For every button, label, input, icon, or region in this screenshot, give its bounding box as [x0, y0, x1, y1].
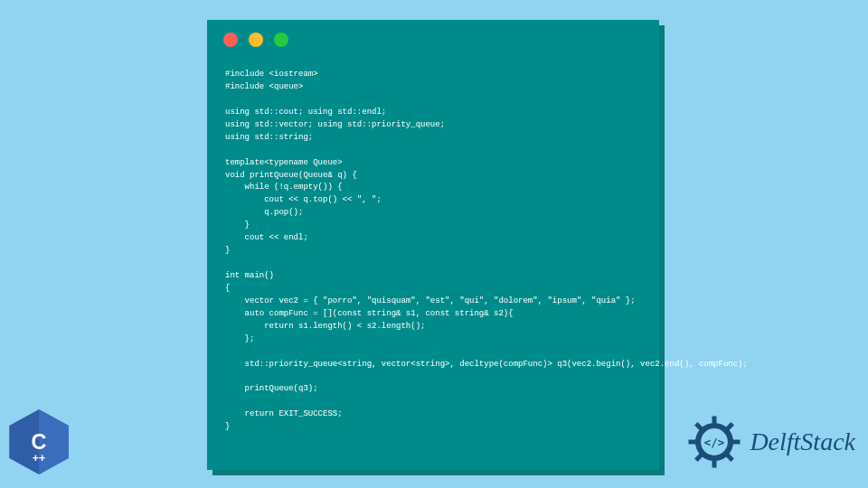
cpp-badge-letter: C [32, 430, 47, 454]
svg-rect-6 [689, 440, 697, 445]
minimize-icon[interactable] [249, 33, 263, 47]
cpp-badge: C ++ [4, 407, 74, 477]
cpp-hex-icon: C ++ [4, 407, 74, 477]
code-window: #include <iostream> #include <queue> usi… [207, 20, 659, 470]
close-icon[interactable] [223, 33, 238, 47]
delftstack-logo: </> DelftStack [686, 414, 855, 470]
brand-name: DelftStack [750, 427, 855, 456]
svg-rect-7 [732, 440, 741, 445]
maximize-icon[interactable] [274, 33, 288, 47]
svg-rect-5 [712, 460, 717, 468]
svg-rect-4 [712, 416, 717, 424]
svg-text:</>: </> [704, 436, 724, 449]
gear-icon: </> [686, 414, 742, 470]
window-titlebar [207, 20, 659, 60]
code-block: #include <iostream> #include <queue> usi… [207, 60, 659, 446]
cpp-badge-plus: ++ [33, 452, 46, 465]
